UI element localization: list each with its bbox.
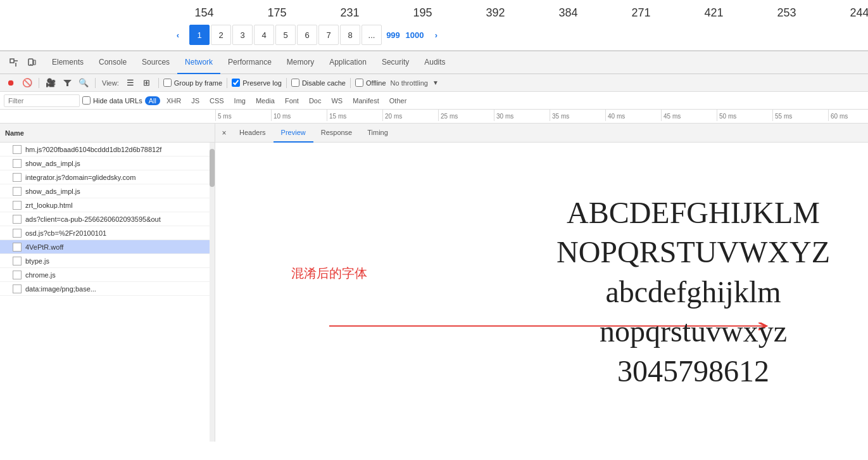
filter-manifest-chip[interactable]: Manifest [349, 96, 383, 105]
file-icon-10 [13, 271, 22, 279]
file-item-10[interactable]: chrome.js [0, 268, 215, 282]
separator-1 [39, 78, 39, 88]
tab-performance[interactable]: Performance [220, 51, 279, 74]
separator-5 [286, 78, 287, 88]
filter-row: Hide data URLs All XHR JS CSS Img Media … [0, 92, 868, 110]
filter-all-chip[interactable]: All [145, 96, 160, 105]
timeline-ruler: 5 ms 10 ms 15 ms 20 ms 25 ms 30 ms 35 ms… [0, 110, 868, 124]
scrollbar-thumb[interactable] [210, 149, 215, 187]
tab-memory[interactable]: Memory [279, 51, 322, 74]
filter-ws-chip[interactable]: WS [327, 96, 346, 105]
filter-doc-chip[interactable]: Doc [305, 96, 325, 105]
file-icon-6 [13, 215, 22, 224]
separator-4 [227, 78, 227, 88]
device-icon[interactable] [23, 54, 41, 72]
clear-btn[interactable]: 🚫 [20, 76, 34, 90]
filter-other-chip[interactable]: Other [386, 96, 411, 105]
file-item-4[interactable]: show_ads_impl.js [0, 184, 215, 198]
filter-media-chip[interactable]: Media [252, 96, 279, 105]
col-num-9: 253 [750, 6, 823, 20]
filter-input[interactable] [4, 94, 80, 107]
col-num-7: 271 [605, 6, 677, 20]
tab-security[interactable]: Security [374, 51, 417, 74]
page-6-btn[interactable]: 6 [297, 25, 317, 45]
file-icon-8 [13, 243, 22, 252]
filter-img-chip[interactable]: Img [230, 96, 249, 105]
preserve-log-checkbox[interactable] [232, 79, 240, 87]
list-view-btn[interactable]: ☰ [123, 76, 137, 90]
preview-tab-preview[interactable]: Preview [274, 124, 313, 143]
file-item-6[interactable]: ads?client=ca-pub-2566260602093595&out [0, 212, 215, 226]
tick-15ms: 15 ms [327, 110, 382, 121]
file-icon-3 [13, 173, 22, 182]
col-num-8: 421 [677, 6, 750, 20]
filter-js-chip[interactable]: JS [187, 96, 203, 105]
preserve-log-label[interactable]: Preserve log [232, 79, 282, 87]
tick-45ms: 45 ms [661, 110, 717, 121]
filter-xhr-chip[interactable]: XHR [163, 96, 185, 105]
tab-console[interactable]: Console [91, 51, 134, 74]
filter-btn[interactable] [60, 76, 74, 90]
grid-view-btn[interactable]: ⊞ [140, 76, 154, 90]
page-1-btn[interactable]: 1 [189, 25, 210, 45]
file-item-3[interactable]: integrator.js?domain=glidedsky.com [0, 170, 215, 184]
col-num-4: 195 [386, 6, 459, 20]
filter-font-chip[interactable]: Font [281, 96, 303, 105]
page-7-btn[interactable]: 7 [318, 25, 339, 45]
preview-tab-headers[interactable]: Headers [232, 124, 274, 143]
tick-35ms: 35 ms [550, 110, 605, 121]
file-item-8[interactable]: 4VePtR.woff [0, 240, 215, 254]
offline-label[interactable]: Offline [355, 79, 386, 87]
font-preview-content: 混淆后的字体 ABCDEFGHI [215, 143, 868, 442]
group-by-frame-label[interactable]: Group by frame [163, 79, 222, 87]
page-999-btn[interactable]: 999 [383, 25, 403, 45]
file-item-2[interactable]: show_ads_impl.js [0, 157, 215, 170]
page-prev-btn[interactable]: ‹ [168, 25, 188, 45]
hide-data-urls-checkbox[interactable] [82, 96, 91, 105]
preview-tab-response[interactable]: Response [313, 124, 360, 143]
svg-rect-4 [30, 64, 32, 65]
font-preview-text: ABCDEFGHIJKLM NOPQRSTUVWXYZ abcdefghijkl… [557, 193, 830, 391]
page-1000-btn[interactable]: 1000 [405, 25, 425, 45]
page-8-btn[interactable]: 8 [340, 25, 360, 45]
search-btn[interactable]: 🔍 [77, 76, 91, 90]
pagination-controls: ‹ 1 2 3 4 5 6 7 8 ... 999 1000 › [161, 25, 446, 45]
hide-data-urls-label[interactable]: Hide data URLs [82, 96, 142, 105]
throttle-label: No throttling [391, 79, 428, 87]
file-item-7[interactable]: osd.js?cb=%2Fr20100101 [0, 226, 215, 240]
scrollbar-track[interactable] [210, 143, 215, 442]
file-item-9[interactable]: btype.js [0, 254, 215, 268]
tab-elements[interactable]: Elements [44, 51, 91, 74]
filter-css-chip[interactable]: CSS [206, 96, 228, 105]
tick-40ms: 40 ms [605, 110, 661, 121]
tick-50ms: 50 ms [717, 110, 772, 121]
file-item-1[interactable]: hm.js?020fbaad6104bcddd1db12d6b78812f [0, 143, 215, 157]
offline-checkbox[interactable] [355, 79, 363, 87]
file-item-5[interactable]: zrt_lookup.html [0, 198, 215, 212]
throttle-dropdown-arrow[interactable]: ▼ [432, 79, 439, 86]
group-by-frame-checkbox[interactable] [163, 79, 172, 87]
network-toolbar: ⏺ 🚫 🎥 🔍 View: ☰ ⊞ Group by frame Preserv… [0, 74, 868, 92]
col-num-10: 244 [823, 6, 868, 20]
disable-cache-label[interactable]: Disable cache [291, 79, 346, 87]
page-5-btn[interactable]: 5 [275, 25, 296, 45]
close-preview-btn[interactable]: × [219, 128, 229, 138]
tab-audits[interactable]: Audits [417, 51, 453, 74]
page-next-btn[interactable]: › [426, 25, 446, 45]
page-3-btn[interactable]: 3 [232, 25, 253, 45]
tab-application[interactable]: Application [322, 51, 374, 74]
record-btn[interactable]: ⏺ [4, 76, 18, 90]
capture-screenshot-btn[interactable]: 🎥 [44, 76, 58, 90]
disable-cache-checkbox[interactable] [291, 79, 299, 87]
file-item-11[interactable]: data:image/png;base... [0, 282, 215, 296]
file-icon-11 [13, 284, 22, 293]
inspect-icon[interactable] [5, 54, 23, 72]
main-content: Name hm.js?020fbaad6104bcddd1db12d6b7881… [0, 124, 868, 442]
pagination-area: 154 175 231 195 392 384 271 421 253 244 … [0, 0, 868, 51]
tab-sources[interactable]: Sources [134, 51, 177, 74]
devtools-tab-bar: Elements Console Sources Network Perform… [0, 51, 868, 74]
preview-tab-timing[interactable]: Timing [360, 124, 396, 143]
page-4-btn[interactable]: 4 [254, 25, 274, 45]
tab-network[interactable]: Network [177, 51, 220, 74]
page-2-btn[interactable]: 2 [211, 25, 231, 45]
